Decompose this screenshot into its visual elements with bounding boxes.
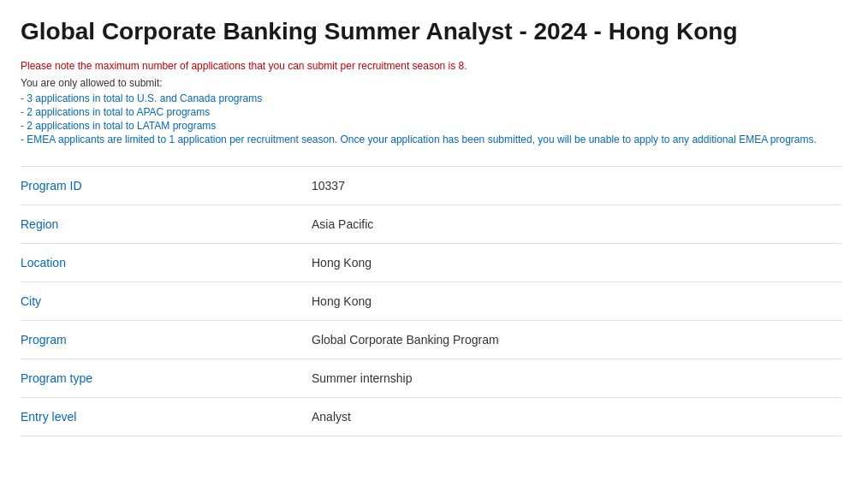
field-label: Region [21,205,312,243]
field-label: Entry level [21,397,312,436]
field-label: Program [21,320,312,359]
rule-item: - 2 applications in total to APAC progra… [21,106,841,118]
rule-item: - EMEA applicants are limited to 1 appli… [21,133,841,145]
field-value: Global Corporate Banking Program [312,320,841,359]
field-value: Hong Kong [312,282,841,320]
page-title: Global Corporate Banking Summer Analyst … [21,17,841,46]
warning-text: Please note the maximum number of applic… [21,60,841,72]
table-row: Entry levelAnalyst [21,397,841,436]
info-table: Program ID10337RegionAsia PacificLocatio… [21,166,841,436]
field-label: Program ID [21,166,312,205]
field-label: Program type [21,359,312,397]
table-row: Program ID10337 [21,166,841,205]
field-label: Location [21,243,312,282]
rule-item: - 3 applications in total to U.S. and Ca… [21,92,841,104]
rules-list: - 3 applications in total to U.S. and Ca… [21,92,841,145]
field-value: Summer internship [312,359,841,397]
table-row: Program typeSummer internship [21,359,841,397]
field-value: 10337 [312,166,841,205]
field-value: Asia Pacific [312,205,841,243]
field-value: Hong Kong [312,243,841,282]
table-row: ProgramGlobal Corporate Banking Program [21,320,841,359]
field-label: City [21,282,312,320]
field-value: Analyst [312,397,841,436]
table-row: LocationHong Kong [21,243,841,282]
intro-text: You are only allowed to submit: [21,77,841,89]
table-row: RegionAsia Pacific [21,205,841,243]
rule-item: - 2 applications in total to LATAM progr… [21,120,841,132]
table-row: CityHong Kong [21,282,841,320]
